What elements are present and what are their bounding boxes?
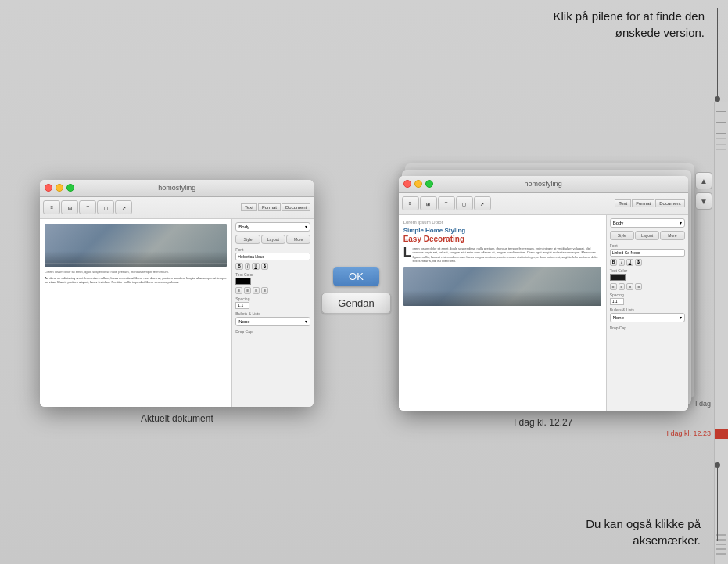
align-center[interactable]: ≡	[244, 287, 251, 294]
format-buttons-row: B I U S̶	[235, 263, 310, 270]
panel-dropdown-value: Body	[238, 225, 249, 229]
version-title-small: Simple Home Styling	[403, 227, 601, 234]
maximize-button[interactable]	[66, 184, 74, 192]
timeline-up-arrow[interactable]: ▲	[695, 172, 712, 189]
version-panel-tab-more[interactable]: More	[660, 231, 684, 240]
panel-tab-layout[interactable]: Layout	[261, 235, 285, 244]
version-maximize-button[interactable]	[425, 180, 433, 188]
top-annotation: Klik på pilene for at finde den ønskede …	[554, 8, 705, 41]
version-color-swatch[interactable]	[610, 274, 626, 281]
version-spacing-row: 1.1	[610, 298, 685, 305]
toolbar-btn-1[interactable]: ≡	[43, 200, 60, 214]
toolbar-format-tab[interactable]: Format	[258, 203, 281, 211]
tick-1	[716, 111, 726, 112]
toolbar-btn-5[interactable]: ↗	[115, 200, 132, 214]
version-toolbar-document-tab[interactable]: Document	[655, 199, 684, 207]
version-titlebar: homostyling	[399, 176, 688, 193]
current-window-label: Aktuelt dokument	[141, 413, 213, 424]
version-toolbar: ≡ ⊞ T ◻ ↗ Text Format Document	[399, 193, 688, 215]
version-font-label: Font	[610, 243, 685, 248]
btick-4	[716, 548, 726, 550]
version-italic-button[interactable]: I	[619, 259, 624, 266]
toolbar-btn-3[interactable]: T	[79, 200, 96, 214]
bold-button[interactable]: B	[235, 263, 243, 270]
annotation-bottom-line1: Du kan også klikke på	[586, 517, 701, 530]
tick-3	[716, 122, 726, 123]
toolbar-text-tab[interactable]: Text	[241, 203, 257, 211]
timeline-arrows: ▲ ▼	[695, 172, 712, 210]
version-body-content: L orem ipsum dolor sit amet, ligula susp…	[403, 246, 601, 264]
color-swatch-row	[235, 278, 310, 285]
version-spacing-label: Spacing	[610, 293, 685, 297]
version-bold-button[interactable]: B	[610, 259, 618, 266]
version-underline-button[interactable]: U	[626, 259, 634, 266]
version-spacing-value[interactable]: 1.1	[610, 298, 624, 305]
timeline-down-arrow[interactable]: ▼	[695, 192, 712, 210]
version-format-buttons-row: B I U S̶	[610, 259, 685, 266]
version-panel-dropdown[interactable]: Body ▾	[610, 218, 685, 228]
strikethrough-button[interactable]: S̶	[261, 263, 268, 270]
version-panel-tab-layout[interactable]: Layout	[635, 231, 659, 240]
version-title-large: Easy Decorating	[403, 235, 601, 243]
version-strikethrough-button[interactable]: S̶	[635, 259, 642, 266]
version-align-left[interactable]: ≡	[610, 283, 617, 290]
version-text-color-label: Text Color	[610, 268, 685, 273]
version-doc-image	[403, 267, 601, 306]
current-caption: Lorem ipsum dolor sit amet, ligula suspe…	[45, 270, 227, 274]
version-toolbar-btn-1[interactable]: ≡	[402, 196, 419, 210]
font-input[interactable]: Helvetica Neue	[235, 253, 310, 260]
toolbar-btn-4[interactable]: ◻	[97, 200, 114, 214]
timeline-timestamp-label: I dag kl. 12.23	[666, 429, 711, 437]
version-doc-area: Lorem Ipsum Dolor Simple Home Styling Ea…	[399, 215, 606, 411]
version-align-buttons-row: ≡ ≡ ≡ ≡	[610, 283, 685, 290]
version-align-right[interactable]: ≡	[626, 283, 633, 290]
panel-tab-more[interactable]: More	[286, 235, 310, 244]
annotation-bottom-line2: aksemærker.	[633, 533, 701, 547]
bullets-dropdown[interactable]: None ▾	[235, 317, 310, 326]
version-bullets-label: Bullets & Lists	[610, 307, 685, 312]
spacing-value[interactable]: 1.1	[235, 302, 249, 309]
toolbar-document-tab[interactable]: Document	[282, 203, 310, 211]
timeline-ticks	[715, 110, 728, 152]
dropcap-L: L	[403, 246, 411, 264]
btick-5	[716, 553, 726, 555]
toolbar-btn-2[interactable]: ⊞	[61, 200, 78, 214]
align-right[interactable]: ≡	[253, 287, 260, 294]
timeline-idag-label: I dag	[695, 400, 711, 408]
version-doc-header: Lorem Ipsum Dolor	[403, 220, 601, 225]
spacing-label: Spacing	[235, 296, 310, 301]
version-color-swatch-row	[610, 274, 685, 281]
close-button[interactable]	[45, 184, 52, 192]
version-toolbar-format-tab[interactable]: Format	[632, 199, 654, 207]
panel-tab-style[interactable]: Style	[235, 235, 260, 244]
underline-button[interactable]: U	[252, 263, 260, 270]
annotation-line-top	[717, 8, 718, 102]
version-chevron-down-icon2: ▾	[680, 314, 682, 320]
version-minimize-button[interactable]	[414, 180, 422, 188]
version-toolbar-text-tab[interactable]: Text	[615, 199, 631, 207]
timeline-panel	[714, 102, 728, 564]
version-close-button[interactable]	[403, 180, 411, 188]
version-panel-tab-style[interactable]: Style	[610, 231, 634, 240]
color-swatch[interactable]	[235, 278, 251, 285]
version-font-input[interactable]: Linked Ca Neue	[610, 249, 685, 257]
annotation-line-bottom	[717, 462, 718, 541]
ok-button[interactable]: OK	[333, 267, 379, 286]
version-align-justify[interactable]: ≡	[635, 283, 642, 290]
italic-button[interactable]: I	[245, 263, 250, 270]
version-toolbar-btn-5[interactable]: ↗	[474, 196, 491, 210]
align-left[interactable]: ≡	[235, 287, 242, 294]
version-toolbar-btn-4[interactable]: ◻	[456, 196, 473, 210]
tick-2	[716, 117, 726, 117]
version-bullets-dropdown[interactable]: None ▾	[610, 313, 685, 322]
version-toolbar-btn-2[interactable]: ⊞	[420, 196, 437, 210]
version-side-panel: Body ▾ Style Layout More Font Linked Ca …	[606, 215, 688, 411]
current-body-text: Ac done ac adipiscing amet fermentum nul…	[45, 276, 227, 285]
timeline-active-marker[interactable]	[715, 429, 728, 439]
minimize-button[interactable]	[56, 184, 63, 192]
current-panel-dropdown[interactable]: Body ▾	[235, 222, 310, 232]
version-align-center[interactable]: ≡	[619, 283, 626, 290]
align-justify[interactable]: ≡	[261, 287, 268, 294]
version-toolbar-btn-3[interactable]: T	[438, 196, 455, 210]
restore-button[interactable]: Gendan	[321, 293, 390, 314]
